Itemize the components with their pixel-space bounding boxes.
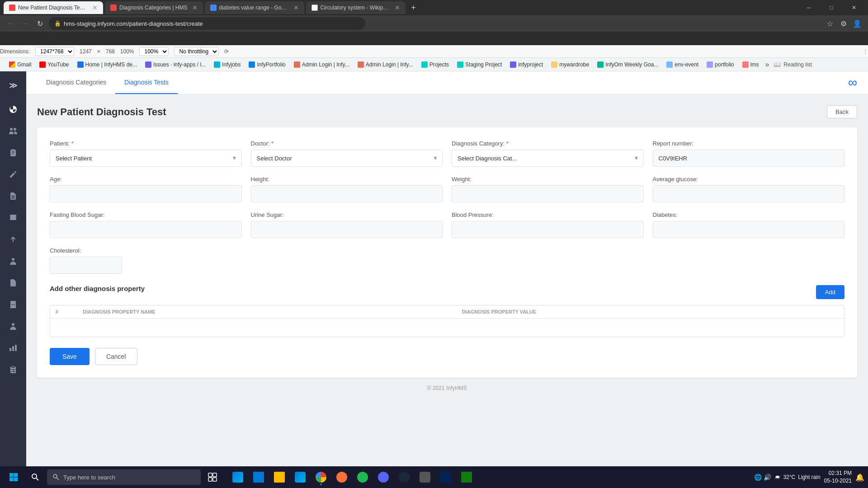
sidebar-item-edit[interactable] — [3, 164, 23, 184]
ff-pinned[interactable] — [332, 467, 352, 487]
sidebar-item-invoice[interactable] — [3, 273, 23, 293]
explorer-pinned[interactable] — [249, 467, 269, 487]
back-button[interactable]: Back — [827, 105, 857, 118]
bookmark-admin2[interactable]: Admin Login | Infy... — [354, 61, 417, 69]
doctor-select-wrap: Select Doctor ▼ — [251, 150, 443, 167]
tab-close-2[interactable]: ✕ — [192, 4, 198, 11]
age-input[interactable] — [50, 185, 242, 202]
sidebar-item-layers[interactable] — [3, 208, 23, 228]
sidebar-item-dashboard[interactable] — [3, 99, 23, 119]
sidebar-item-chart[interactable] — [3, 338, 23, 358]
blood-pressure-input[interactable] — [452, 221, 644, 238]
star-icon[interactable]: ☆ — [825, 19, 835, 28]
bookmark-youtube[interactable]: YouTube — [36, 61, 72, 69]
taskbar-search-box[interactable]: Type here to search — [47, 469, 201, 485]
tab-close-4[interactable]: ✕ — [395, 4, 400, 11]
files-pinned[interactable] — [269, 467, 289, 487]
term-pinned[interactable] — [436, 467, 456, 487]
profile-icon[interactable]: 👤 — [852, 19, 863, 28]
minimize-button[interactable]: ─ — [798, 1, 819, 14]
new-tab-button[interactable]: + — [407, 1, 420, 14]
avg-glucose-input[interactable] — [653, 185, 845, 202]
steam-pinned[interactable] — [394, 467, 414, 487]
bookmark-lms[interactable]: lms — [739, 61, 763, 69]
save-button[interactable]: Save — [50, 348, 90, 365]
start-button[interactable] — [4, 467, 24, 487]
urine-sugar-input[interactable] — [251, 221, 443, 238]
report-number-input[interactable] — [653, 150, 845, 167]
spotify-pinned[interactable] — [353, 467, 373, 487]
bookmark-gmail[interactable]: Gmail — [5, 61, 35, 69]
bookmark-infyportfolio[interactable]: InfyPortfolio — [245, 61, 289, 69]
weight-input[interactable] — [452, 185, 644, 202]
tab-2[interactable]: Diagnosis Categories | HMS ✕ — [105, 1, 203, 14]
chrome-pinned[interactable] — [311, 467, 331, 487]
bookmark-infyom[interactable]: InfyOm Weekly Goa... — [594, 61, 662, 69]
game-pinned[interactable] — [457, 467, 476, 487]
diabetes-input[interactable] — [653, 221, 845, 238]
tab-close-3[interactable]: ✕ — [293, 4, 299, 11]
game-icon — [461, 472, 472, 483]
bookmark-hms[interactable]: Home | InfyHMS de... — [74, 61, 141, 69]
bookmark-staging[interactable]: Staging Project — [453, 61, 505, 69]
youtube-icon — [39, 61, 46, 68]
urine-sugar-label: Urine Sugar: — [251, 211, 443, 218]
diagnosis-category-select[interactable]: Select Diagnosis Cat... — [452, 150, 644, 167]
dimensions-select[interactable]: 1247*768 — [35, 47, 74, 56]
cholesterol-input[interactable] — [50, 257, 122, 274]
edge-pinned[interactable] — [228, 467, 248, 487]
tab-close-1[interactable]: ✕ — [92, 4, 98, 11]
bookmark-admin1[interactable]: Admin Login | Infy... — [290, 61, 353, 69]
volume-icon[interactable]: 🔊 — [764, 474, 771, 481]
diabetes-group: Diabetes: — [653, 211, 845, 238]
extension-icon[interactable]: ⚙ — [838, 19, 849, 28]
doctor-select[interactable]: Select Doctor — [251, 150, 443, 167]
network-icon[interactable]: 🌐 — [754, 474, 762, 481]
tab-4[interactable]: Circulatory system - Wikipedia ✕ — [306, 1, 406, 14]
cancel-button[interactable]: Cancel — [95, 348, 137, 365]
refresh-dims-icon[interactable]: ⟳ — [224, 48, 229, 55]
bookmark-env[interactable]: env-event — [663, 61, 702, 69]
add-property-button[interactable]: Add — [816, 285, 844, 299]
sidebar-item-drop[interactable] — [3, 230, 23, 249]
tab-diagnosis-tests[interactable]: Diagnosis Tests — [115, 71, 178, 94]
tab-1[interactable]: New Patient Diagnosis Test | HMS ✕ — [4, 1, 103, 14]
maximize-button[interactable]: □ — [821, 1, 842, 14]
steam-icon — [399, 472, 410, 483]
close-button[interactable]: ✕ — [844, 1, 864, 14]
sidebar-item-files[interactable] — [3, 186, 23, 206]
back-nav-button[interactable]: ← — [5, 19, 16, 28]
bookmark-projects[interactable]: Projects — [418, 61, 453, 69]
tab-diagnosis-categories[interactable]: Diagnosis Categories — [37, 71, 115, 94]
discord-pinned[interactable] — [373, 467, 393, 487]
bookmark-mywardrobe[interactable]: mywardrobe — [547, 61, 593, 69]
throttle-select[interactable]: No throttling — [174, 47, 219, 56]
sidebar-item-hospital[interactable] — [3, 295, 23, 314]
calc-pinned[interactable] — [415, 467, 435, 487]
patient-select[interactable]: Select Patient — [50, 150, 242, 167]
forward-nav-button[interactable]: → — [20, 19, 31, 28]
store-pinned[interactable] — [290, 467, 310, 487]
sidebar-toggle-button[interactable]: ≫ — [5, 77, 21, 94]
sidebar-item-report[interactable] — [3, 360, 23, 380]
task-view-button[interactable] — [203, 467, 222, 487]
fasting-blood-sugar-input[interactable] — [50, 221, 242, 238]
height-input[interactable] — [251, 185, 443, 202]
sidebar-item-doctor[interactable] — [3, 251, 23, 271]
sidebar-item-nurse[interactable] — [3, 316, 23, 336]
notification-button[interactable]: 🔔 — [855, 473, 864, 482]
sidebar-item-records[interactable] — [3, 143, 23, 163]
sidebar-item-users[interactable] — [3, 121, 23, 141]
bookmark-infyjobs[interactable]: Infyjobs — [210, 61, 244, 69]
reading-list-icon[interactable]: 📖 — [774, 61, 781, 68]
zoom-select[interactable]: 100% — [139, 47, 169, 56]
url-input[interactable]: 🔒 hms-staging.infyom.com/patient-diagnos… — [49, 17, 365, 30]
refresh-button[interactable]: ↻ — [34, 19, 45, 28]
more-options-icon[interactable]: ⋮ — [863, 48, 868, 55]
bookmark-issues[interactable]: Issues · infy-apps / l... — [142, 61, 209, 69]
bookmark-portfolio[interactable]: portfolio — [703, 61, 738, 69]
search-taskbar-button[interactable] — [25, 467, 45, 487]
tab-3[interactable]: diabetes value range - Google S... ✕ — [205, 1, 304, 14]
bookmarks-overflow[interactable]: » — [763, 60, 771, 70]
bookmark-infyproject[interactable]: infyproject — [506, 61, 547, 69]
